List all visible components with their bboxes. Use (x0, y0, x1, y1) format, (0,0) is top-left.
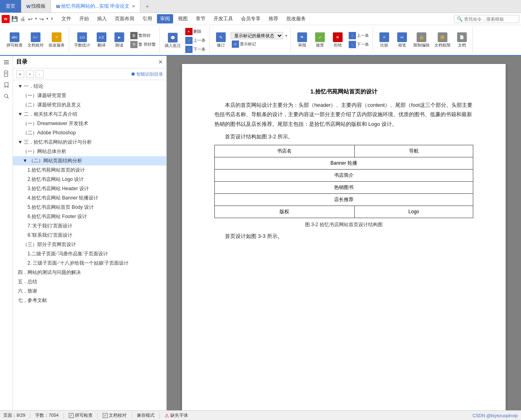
sidebar-nav-icon[interactable] (2, 57, 11, 67)
toc-list-item[interactable]: 2. 三级子页面-'十八岁给我一个姑娘'子页面设计 (13, 259, 166, 268)
prev-track-btn[interactable]: ↑ 上一条 (347, 32, 370, 40)
show-marks-label: 显示标记 (240, 41, 256, 47)
tab-close-icon[interactable]: ✕ (132, 4, 135, 8)
toc-close-button[interactable]: ✕ (158, 59, 163, 65)
sidebar-bookmark-icon[interactable] (2, 80, 11, 90)
search-input[interactable] (464, 17, 517, 21)
toc-list-item[interactable]: （三）部分子页网页设计 (13, 240, 166, 249)
menu-dev-tools[interactable]: 开发工具 (210, 14, 236, 23)
doc-compare-button[interactable]: ≡✓ 文档校对 (26, 32, 45, 49)
redo-dropdown-icon[interactable]: ▼ (46, 17, 49, 21)
translate-button[interactable]: A文 翻译 (93, 32, 110, 49)
track-service-button[interactable]: ✎ 批改服务 (47, 32, 66, 49)
menu-chapter[interactable]: 章节 (193, 14, 209, 23)
toc-expand-btn[interactable]: + (26, 70, 34, 78)
doc-compare-status[interactable]: ✓ 文档校对 (103, 412, 127, 418)
menu-references[interactable]: 引用 (139, 14, 155, 23)
menu-recommend[interactable]: 推荐 (265, 14, 282, 23)
quick-print-icon[interactable]: 🖨 (19, 15, 26, 23)
svg-line-7 (7, 97, 8, 98)
spell-check-status[interactable]: ✓ 拼写检查 (69, 412, 93, 418)
toc-list-item[interactable]: 8.'联系我们'页面设计 (13, 231, 166, 240)
toc-content: ▼ 一．结论（一）课题研究背景（二）课题研究目的及意义▼ 二．相关技术与工具介绍… (13, 80, 166, 410)
quick-redo-icon[interactable]: ↪ (38, 15, 45, 23)
quick-undo-icon[interactable]: ↩ (27, 15, 34, 23)
toc-list-item[interactable]: 6.拾忆书店网站 Footer 设计 (13, 212, 166, 221)
sidebar-doc-icon[interactable] (2, 69, 11, 78)
word-count-button[interactable]: 123 字数统计 (72, 32, 92, 49)
read-button[interactable]: ▶ 朗读 (111, 32, 127, 49)
toc-list-item[interactable]: 3.拾忆书店网站 Header 设计 (13, 184, 166, 193)
review-button[interactable]: 👁 审阅 (294, 32, 310, 49)
toc-list-item[interactable]: 七．参考文献 (13, 296, 166, 305)
tab-find-template[interactable]: W 找模板 (21, 0, 51, 13)
translate-label: 翻译 (97, 43, 106, 48)
toc-list-item[interactable]: 5.拾忆书店网站首页 Body 设计 (13, 203, 166, 212)
toc-list-item[interactable]: （一）网站总体分析 (13, 147, 166, 156)
doc-permissions-label: 文档权限 (434, 43, 451, 48)
svg-rect-0 (4, 60, 9, 61)
accept-button[interactable]: ✓ 接受 (312, 32, 328, 49)
toc-list-item[interactable]: 7.'关于我们'页面设计 (13, 221, 166, 231)
undo-dropdown-icon[interactable]: ▼ (34, 17, 38, 21)
menu-view[interactable]: 视图 (175, 14, 191, 23)
customize-quick-icon[interactable]: ⬇ (50, 16, 54, 21)
toc-list-item[interactable]: ▼ 三．拾忆书店网站的设计与分析 (13, 138, 166, 147)
tab-doc[interactable]: W 拾忆书苑网站的...实现 毕业论文 ✕ (51, 0, 140, 13)
insert-comment-button[interactable]: 💬 插入批注 (163, 32, 182, 49)
compare-button[interactable]: ≡ 比较 (376, 32, 392, 49)
next-comment-btn[interactable]: ↓ 下一条 (184, 45, 207, 53)
toc-list-item[interactable]: （一）课题研究背景 (13, 91, 166, 100)
prev-track-label: 上一条 (357, 33, 369, 38)
doc-permissions-button[interactable]: 🔐 文档权限 (433, 32, 452, 49)
toc-list-item[interactable]: ▼ 二．相关技术与工具介绍 (13, 110, 166, 119)
toc-list-item[interactable]: 1.二级子页面-'冯唐作品集'子页面设计 (13, 249, 166, 259)
simp-btn[interactable]: 繁 繁简转 (129, 32, 157, 40)
toc-list-item[interactable]: （一）Dreamweaver 开发技术 (13, 119, 166, 128)
doc2-button[interactable]: 📄 文档 (454, 32, 470, 49)
toc-list-item[interactable]: （二）课题研究目的及意义 (13, 100, 166, 110)
menu-member[interactable]: 会员专享 (238, 14, 264, 23)
sidebar-search-icon[interactable] (2, 91, 11, 101)
smart-toc-button[interactable]: 智能识别目录 (131, 71, 163, 77)
menu-file[interactable]: 文件 (58, 14, 74, 23)
menu-review[interactable]: 审阅 (157, 14, 173, 23)
display-select[interactable]: 显示标记的最终状态 (231, 32, 283, 39)
toc-list-item[interactable]: 五．总结 (13, 277, 166, 286)
prev-comment-btn[interactable]: ↑ 上一条 (184, 36, 207, 45)
menu-search-box[interactable]: 🔍 (454, 15, 519, 23)
menu-start[interactable]: 开始 (76, 14, 92, 23)
toc-list-item[interactable]: 1.拾忆书苑网站首页的设计 (13, 165, 166, 175)
missing-font-status[interactable]: ⚠ 缺失字体 (165, 412, 188, 418)
toc-list-item[interactable]: ▼ 一．结论 (13, 82, 166, 91)
toc-list-item[interactable]: （二）Adobe Photoshop (13, 128, 166, 138)
menu-track-changes[interactable]: 批改服务 (283, 14, 309, 23)
menu-page-layout[interactable]: 页面布局 (112, 14, 138, 23)
toc-list-item[interactable]: 4.拾忆书店网站 Banner 轮播设计 (13, 193, 166, 203)
tab-home[interactable]: 首页 (0, 0, 21, 13)
limit-edit-label: 限制编辑 (413, 43, 430, 48)
delete-comment-icon: ✕ (185, 28, 193, 35)
spell-check-button[interactable]: abc 拼写检查 (5, 32, 24, 49)
simp2-btn[interactable]: 简 繁 简转繁 (129, 40, 157, 49)
reject-button[interactable]: ✕ 拒绝 (330, 32, 346, 49)
toc-list-item[interactable]: ▼ （二）网站页面结构分析 (13, 156, 166, 165)
menu-insert[interactable]: 插入 (94, 14, 110, 23)
limit-edit-button[interactable]: 🔒 限制编辑 (412, 32, 431, 49)
new-tab-button[interactable]: ＋ (140, 3, 154, 10)
toc-collapse-all-btn[interactable]: ≡ (16, 70, 24, 78)
svg-rect-5 (5, 74, 7, 74)
ribbon-track-buttons: ✎ 修订 显示标记的最终状态 ▼ ☑ 显示标记 (213, 28, 288, 53)
draw-button[interactable]: ✏ 画笔 (394, 32, 410, 49)
toc-list-item[interactable]: 六．致谢 (13, 286, 166, 296)
delete-comment-btn[interactable]: ✕ 删除 (184, 28, 207, 36)
toc-list-item[interactable]: 四．网站的测试与问题的解决 (13, 268, 166, 277)
revise-button[interactable]: ✎ 修订 (213, 32, 229, 49)
toc-list-item[interactable]: 2.拾忆书店网站 Logo 设计 (13, 175, 166, 184)
show-marks-btn[interactable]: ☑ 显示标记 (231, 40, 288, 48)
ribbon-group-accept: 👁 审阅 ✓ 接受 ✕ 拒绝 ↑ 上一条 ↓ 下一条 (292, 27, 373, 53)
next-track-btn[interactable]: ↓ 下一条 (347, 40, 370, 49)
doc-area[interactable]: 1.拾忆书苑网站首页的设计 本店的首页网站设计主要分为：头部（header）、主… (167, 56, 521, 410)
toc-minus-btn[interactable]: - (36, 70, 44, 78)
quick-save-icon[interactable]: 💾 (11, 15, 19, 23)
